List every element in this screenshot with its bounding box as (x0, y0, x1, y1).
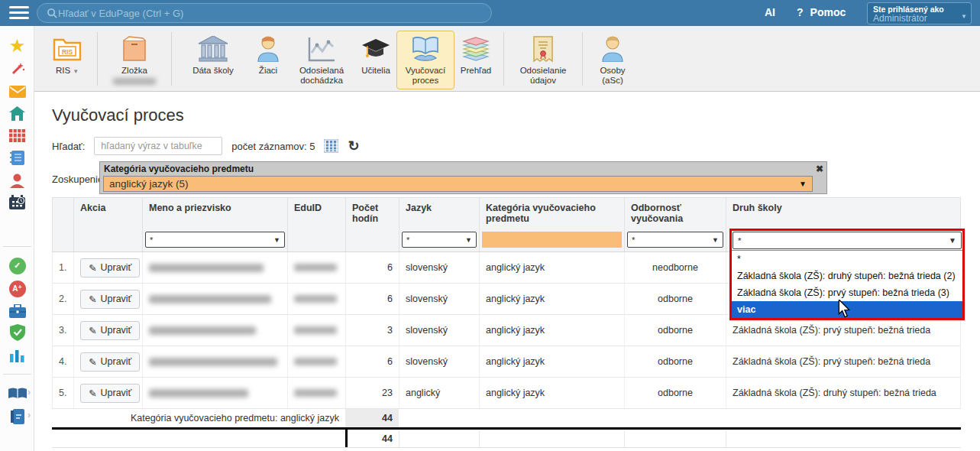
search-label: Hľadať: (52, 141, 85, 152)
sidebar-divider (3, 246, 31, 247)
dropdown-option[interactable]: Základná škola (ZŠ): prvý stupeň: bežná … (732, 284, 962, 301)
layers-icon (462, 34, 490, 63)
edit-button[interactable]: ✎Upraviť (80, 384, 140, 403)
refresh-icon[interactable]: ↻ (348, 140, 359, 152)
edit-button[interactable]: ✎Upraviť (80, 290, 140, 309)
star-icon[interactable]: ★ (8, 36, 27, 55)
timetable-grid-icon[interactable] (8, 126, 27, 145)
sidebar-divider (3, 374, 31, 375)
hamburger-menu-icon[interactable] (9, 6, 29, 20)
redacted-eduid (294, 295, 337, 303)
dropdown-option[interactable]: * (732, 251, 962, 268)
filter-meno-select[interactable]: *▼ (145, 232, 285, 248)
col-rownum (53, 198, 74, 230)
bar-chart-icon[interactable] (8, 346, 27, 365)
notebook-icon[interactable] (8, 148, 27, 167)
redacted-eduid (294, 358, 337, 365)
dropdown-option[interactable]: Základná škola (ZŠ): druhý stupeň: bežná… (732, 268, 962, 284)
search-icon (47, 8, 58, 19)
chevron-down-icon: ▼ (73, 68, 79, 75)
toolbar-item-zlozka[interactable]: Zložka (104, 31, 165, 89)
student-icon (257, 34, 280, 63)
toolbar-divider (97, 32, 98, 86)
toolbar-item-ris[interactable]: RIS RIS▼ (44, 31, 91, 80)
pencil-icon: ✎ (89, 325, 96, 336)
certificate-icon (532, 34, 554, 63)
toolbar-item-prehlad[interactable]: Prehľad (454, 31, 497, 79)
toolbar-item-data-skoly[interactable]: Dáta školy (178, 31, 248, 79)
chevron-down-icon: ▼ (961, 13, 967, 20)
person-blue-icon (601, 34, 624, 63)
col-jazyk: Jazyk (399, 198, 480, 230)
documents-icon[interactable] (8, 407, 27, 426)
module-toolbar: RIS RIS▼ Zložka Dáta školy Žiaci (34, 26, 980, 92)
person-icon[interactable] (8, 170, 27, 190)
svg-text:RIS: RIS (62, 48, 73, 56)
pencil-icon: ✎ (89, 356, 96, 368)
chevron-down-icon: ▼ (465, 236, 472, 244)
toolbar-item-odosielanie-udajov[interactable]: Odosielanie údajov (510, 31, 576, 89)
edit-button[interactable]: ✎Upraviť (80, 258, 140, 277)
shield-check-icon[interactable] (8, 323, 27, 342)
grouping-label: Zoskupenie: (52, 174, 106, 185)
chevron-right-icon[interactable]: › (27, 387, 31, 397)
library-book-icon[interactable] (8, 384, 27, 403)
filter-druh-skoly-select[interactable]: * ▼ (733, 232, 962, 249)
calendar-clock-icon[interactable] (8, 193, 27, 212)
filter-kategoria-input[interactable] (482, 232, 622, 248)
filter-jazyk-select[interactable]: *▼ (402, 232, 477, 248)
archive-box-icon (121, 34, 147, 63)
user-role: Administrátor (873, 14, 959, 24)
redacted-name (149, 326, 256, 335)
mail-icon[interactable] (8, 82, 27, 101)
toolbar-item-ucitelia[interactable]: Učitelia (355, 31, 396, 79)
logged-in-user-dropdown[interactable]: Ste prihlásený ako Administrátor ▼ (867, 2, 972, 24)
close-icon[interactable]: ✖ (816, 164, 823, 174)
grand-total-value: 44 (345, 430, 399, 447)
col-meno: Meno a priezvisko (143, 198, 288, 230)
check-circle-icon[interactable]: ✓ (8, 256, 27, 275)
edit-button[interactable]: ✎Upraviť (80, 321, 140, 340)
grades-a-plus-icon[interactable]: A⁺ (8, 279, 27, 298)
top-bar: AI ? Pomoc Ste prihlásený ako Administrá… (0, 0, 980, 26)
redacted-name (149, 389, 248, 397)
toolbar-item-osoby-asc[interactable]: Osoby (aSc) (589, 31, 636, 89)
ai-button[interactable]: AI (765, 6, 775, 18)
grouping-column-name: Kategória vyučovacieho predmetu (100, 162, 826, 175)
toolbar-divider (582, 32, 583, 86)
subtotal-value: 44 (345, 409, 399, 427)
table-header-row: Akcia Meno a priezvisko EduID Počet hodí… (52, 197, 961, 230)
table-search-input[interactable] (94, 137, 222, 155)
table-row: 4. ✎Upraviť 6 slovenský anglický jazyk o… (52, 346, 961, 378)
home-icon[interactable] (8, 104, 27, 123)
col-kategoria: Kategória vyučovacieho predmetu (480, 198, 625, 230)
toolbar-item-vyucovaci-proces[interactable]: Vyučovací proces (396, 31, 454, 89)
redacted-name (149, 295, 271, 303)
redacted-eduid (294, 326, 337, 334)
chevron-down-icon: ▼ (949, 236, 956, 245)
ris-folder-icon: RIS (53, 34, 82, 63)
question-mark-icon: ? (797, 6, 804, 18)
global-search-input[interactable] (58, 8, 482, 19)
col-odbornost: Odbornosť vyučovania (625, 198, 726, 230)
redacted-name (149, 358, 277, 366)
subtotal-label: Kategória vyučovacieho predmetu: anglick… (52, 409, 345, 427)
column-settings-icon[interactable] (324, 139, 338, 153)
chevron-right-icon[interactable]: › (27, 410, 31, 420)
global-search-box[interactable] (37, 3, 492, 23)
redacted-eduid (294, 264, 337, 271)
edit-button[interactable]: ✎Upraviť (80, 352, 140, 372)
help-button[interactable]: ? Pomoc (797, 6, 846, 18)
chevron-down-icon: ▼ (712, 236, 719, 244)
school-building-icon (198, 34, 228, 63)
toolbar-divider (171, 32, 172, 86)
toolbar-item-odosielana-dochadzka[interactable]: Odosielaná dochádzka (288, 31, 355, 89)
briefcase-icon[interactable] (8, 301, 27, 320)
grouping-value-select[interactable]: anglický jazyk (5) ▼ (103, 176, 813, 192)
pencil-icon: ✎ (89, 294, 96, 305)
redacted-name (149, 264, 264, 272)
grouping-selected-value: anglický jazyk (5) (109, 178, 189, 190)
toolbar-item-ziaci[interactable]: Žiaci (248, 31, 288, 79)
magic-wand-icon[interactable] (8, 59, 27, 78)
filter-odbornost-select[interactable]: *▼ (627, 232, 723, 248)
